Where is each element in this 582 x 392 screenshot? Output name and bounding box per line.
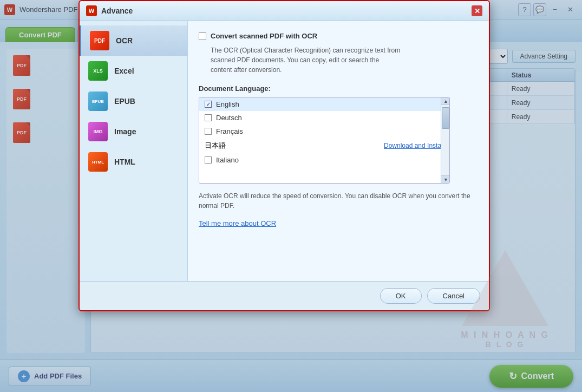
dialog-icon: W <box>86 5 97 16</box>
tell-more-link[interactable]: Tell me more about OCR <box>199 219 276 227</box>
dialog-title: Advance <box>101 6 467 15</box>
dialog-body: PDF OCR XLS Excel EPUB EPUB <box>80 21 489 281</box>
dialog-overlay: W Advance ✕ PDF OCR XLS Excel <box>0 0 582 392</box>
ocr-checkbox-row: Convert scanned PDF with OCR <box>199 32 478 40</box>
ocr-description: The OCR (Optical Character Recognition) … <box>211 45 478 75</box>
language-item-francais[interactable]: Français <box>199 125 449 138</box>
advance-dialog: W Advance ✕ PDF OCR XLS Excel <box>79 0 490 311</box>
sidebar-item-ocr[interactable]: PDF OCR <box>80 25 187 56</box>
watermark-line1: M I N H O A N G <box>461 330 550 340</box>
sidebar-item-image[interactable]: IMG Image <box>80 116 187 147</box>
excel-icon: XLS <box>88 61 108 81</box>
language-item-deutsch[interactable]: Deutsch <box>199 111 449 125</box>
scrollbar-arrow-down[interactable]: ▼ <box>441 175 450 183</box>
ocr-label: Convert scanned PDF with OCR <box>211 32 317 40</box>
lang-checkbox-deutsch[interactable] <box>205 114 212 121</box>
sidebar-item-html[interactable]: HTML HTML <box>80 147 187 177</box>
language-scrollbar[interactable]: ▲ ▼ <box>441 97 449 183</box>
lang-checkbox-english[interactable]: ✓ <box>205 101 212 108</box>
lang-checkbox-italiano[interactable] <box>205 156 212 164</box>
download-install-link[interactable]: Download and Install <box>384 142 444 149</box>
language-list: ✓ English Deutsch Français <box>199 97 450 184</box>
dialog-close-button[interactable]: ✕ <box>472 5 482 16</box>
doc-language-label: Document Language: <box>199 84 478 93</box>
ok-button[interactable]: OK <box>380 288 422 304</box>
ocr-note: Activate OCR will reduce the speed of co… <box>199 191 478 211</box>
lang-checkbox-francais[interactable] <box>205 128 212 135</box>
sidebar-item-excel[interactable]: XLS Excel <box>80 56 187 86</box>
dialog-sidebar: PDF OCR XLS Excel EPUB EPUB <box>80 21 188 281</box>
ocr-checkbox[interactable] <box>199 32 206 40</box>
ocr-icon: PDF <box>90 31 109 50</box>
image-icon: IMG <box>88 122 108 141</box>
scrollbar-arrow-up[interactable]: ▲ <box>441 97 450 105</box>
html-icon: HTML <box>88 152 108 172</box>
epub-icon: EPUB <box>88 92 108 111</box>
sidebar-item-epub[interactable]: EPUB EPUB <box>80 86 187 116</box>
scrollbar-thumb[interactable] <box>442 107 449 129</box>
dialog-footer: OK Cancel <box>80 281 489 310</box>
dialog-title-bar: W Advance ✕ <box>80 1 489 21</box>
language-item-english[interactable]: ✓ English <box>199 97 449 111</box>
language-item-italiano[interactable]: Italiano <box>199 153 449 167</box>
language-item-japanese[interactable]: 日本語 Download and Install <box>199 138 449 153</box>
dialog-main-content: Convert scanned PDF with OCR The OCR (Op… <box>188 21 489 281</box>
watermark-line2: B L O G <box>461 340 550 349</box>
cancel-button[interactable]: Cancel <box>427 288 480 304</box>
